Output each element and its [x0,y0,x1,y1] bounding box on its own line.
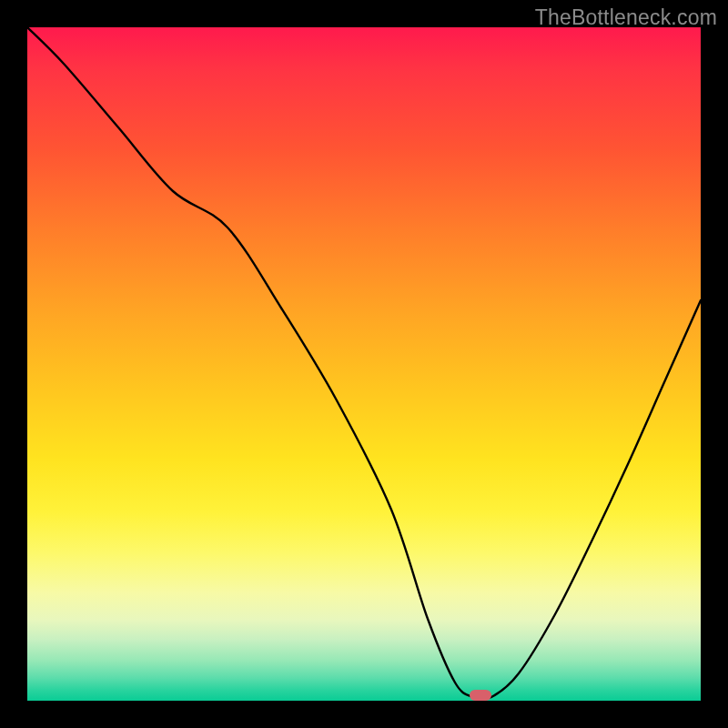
chart-frame: TheBottleneck.com [0,0,728,728]
plot-gradient-background [27,27,701,701]
optimal-point-marker [470,690,491,701]
watermark-text: TheBottleneck.com [535,5,717,30]
